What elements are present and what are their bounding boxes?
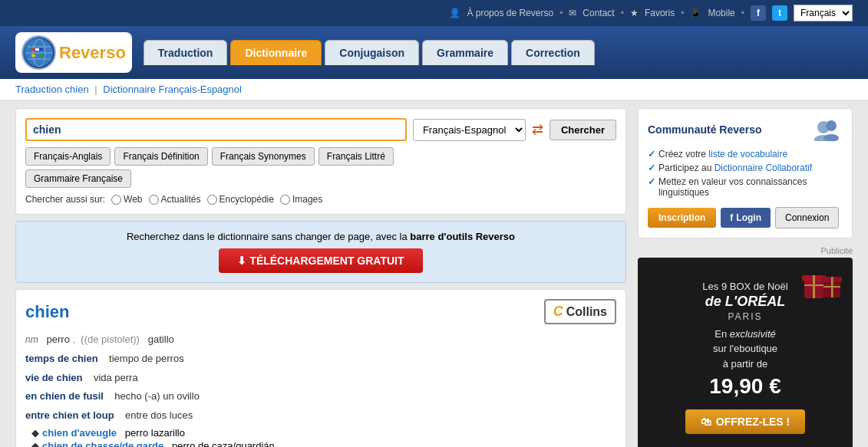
download-bar: Recherchez dans le dictionnaire sans cha… [15, 221, 626, 283]
user-icon: 👤 [449, 8, 460, 18]
bullet-item-0: ◆ chien d'aveugle perro lazarillo [31, 427, 616, 439]
also-search-label: Chercher aussi sur: [25, 194, 105, 205]
inscription-button[interactable]: Inscription [648, 208, 716, 228]
community-title: Communauté Reverso [648, 118, 843, 141]
svg-rect-6 [35, 48, 39, 51]
header: Reverso Traduction Dictionnaire Conjugai… [0, 26, 868, 79]
community-box: Communauté Reverso ✓ Créez votre liste d… [638, 108, 853, 238]
ad-cta-button[interactable]: 🛍 OFFREZ-LES ! [685, 409, 805, 434]
svg-rect-8 [31, 54, 35, 57]
vocab-list-link[interactable]: liste de vocabulaire [708, 149, 787, 159]
svg-rect-7 [39, 48, 43, 51]
main-nav: Traduction Dictionnaire Conjugaison Gram… [144, 40, 595, 65]
search-row: Français-Espagnol ⇄ Chercher [25, 118, 616, 141]
phrase-row-1: vie de chien vida perra [25, 370, 616, 386]
logo-text: Reverso [59, 43, 126, 63]
lang-dropdown[interactable]: Français-Espagnol [413, 119, 526, 141]
ad-brand2: PARIS [728, 311, 762, 322]
star-icon: ★ [630, 8, 639, 18]
community-item-1: ✓ Participez au Dictionnaire Collaborati… [648, 161, 843, 175]
phrase-row-2: en chien de fusil hecho (-a) un ovillo [25, 389, 616, 405]
connexion-button[interactable]: Connexion [775, 207, 839, 228]
content-left: Français-Espagnol ⇄ Chercher Français-An… [15, 108, 626, 447]
also-search-web[interactable]: Web [111, 194, 142, 205]
fb-login-button[interactable]: f Login [721, 208, 771, 228]
main-translation: perro [47, 334, 70, 345]
quick-links: Français-Anglais Français Définition Fra… [25, 147, 616, 166]
logo-globe [21, 35, 56, 70]
also-search-images[interactable]: Images [280, 194, 322, 205]
bullet-item-1: ◆ chien de chasse/de garde perro de caza… [31, 440, 616, 447]
community-list: ✓ Créez votre liste de vocabulaire ✓ Par… [648, 147, 843, 199]
community-icon [808, 118, 843, 141]
quick-link-fr-def[interactable]: Français Définition [114, 147, 207, 166]
search-box: Français-Espagnol ⇄ Chercher Français-An… [15, 108, 626, 215]
ad-box: Les 9 BOX de Noël de L'ORÉAL PARIS En ex… [638, 258, 853, 447]
svg-rect-5 [31, 48, 35, 51]
breadcrumb-traduction[interactable]: Traduction chien [15, 84, 89, 95]
logo[interactable]: Reverso [15, 32, 132, 73]
quick-link-fr-en[interactable]: Français-Anglais [25, 147, 111, 166]
bullet-trans-1: perro de caza/guardián [172, 440, 275, 447]
tab-correction[interactable]: Correction [511, 40, 595, 65]
top-bar: 👤 À propos de Reverso • ✉ Contact • ★ Fa… [0, 0, 868, 26]
gift-decoration [800, 264, 847, 302]
search-input[interactable] [25, 118, 407, 141]
grammar-button[interactable]: Grammaire Française [25, 169, 131, 188]
fb-icon: f [730, 212, 733, 223]
pos-label: nm [25, 334, 38, 345]
bullet-link-0[interactable]: chien d'aveugle [42, 427, 117, 439]
twitter-icon[interactable]: t [772, 5, 787, 21]
sidebar-right: Communauté Reverso ✓ Créez votre liste d… [638, 108, 853, 447]
also-search-actu[interactable]: Actualités [149, 194, 201, 205]
svg-rect-17 [804, 284, 823, 286]
phrase-row-0: temps de chien tiempo de perros [25, 351, 616, 367]
bag-icon: 🛍 [701, 416, 711, 428]
community-item-2: ✓ Mettez en valeur vos connaissances lin… [648, 175, 843, 199]
results-header: chien C Collins [25, 299, 616, 324]
ad-section: Publicité Les 9 BOX de Noël de L'ORÉAL P… [638, 246, 853, 447]
swap-button[interactable]: ⇄ [532, 121, 543, 138]
tab-traduction[interactable]: Traduction [144, 40, 228, 65]
collins-badge: C Collins [544, 299, 616, 324]
pub-label: Publicité [638, 246, 853, 255]
ad-sub: En exclusivitésur l'eboutiqueà partir de [713, 327, 777, 372]
ad-pre: Les 9 BOX de Noël [702, 281, 787, 292]
community-item-0: ✓ Créez votre liste de vocabulaire [648, 147, 843, 161]
mobile-link[interactable]: Mobile [708, 8, 734, 18]
collins-c-icon: C [553, 304, 563, 320]
about-link[interactable]: À propos de Reverso [467, 8, 553, 18]
facebook-icon[interactable]: f [751, 5, 766, 21]
download-button[interactable]: ⬇ TÉLÉCHARGEMENT GRATUIT [219, 248, 422, 273]
svg-point-11 [826, 120, 837, 131]
svg-rect-21 [823, 286, 840, 288]
download-text: Recherchez dans le dictionnaire sans cha… [25, 231, 616, 242]
community-buttons: Inscription f Login Connexion [648, 207, 843, 228]
search-button[interactable]: Chercher [550, 120, 616, 140]
quick-link-fr-littre[interactable]: Français Littré [318, 147, 394, 166]
tab-dictionnaire[interactable]: Dictionnaire [230, 40, 322, 65]
word-title: chien [25, 302, 69, 322]
alt-translation: gatillo [148, 334, 174, 345]
collab-dict-link[interactable]: Dictionnaire Collaboratif [715, 163, 812, 173]
breadcrumb-dict[interactable]: Dictionnaire Français-Espagnol [103, 84, 242, 95]
contact-link[interactable]: Contact [583, 8, 614, 18]
mobile-icon: 📱 [690, 8, 701, 18]
ad-price: 19,90 € [709, 374, 781, 399]
tab-grammaire[interactable]: Grammaire [422, 40, 508, 65]
also-search: Chercher aussi sur: Web Actualités Encyc… [25, 194, 616, 205]
main-entry: nm perro , ((de pistolet)) gatillo [25, 332, 616, 348]
favoris-link[interactable]: Favoris [645, 8, 675, 18]
bullet-trans-0: perro lazarillo [125, 427, 185, 439]
main-area: Français-Espagnol ⇄ Chercher Français-An… [0, 100, 868, 447]
ad-brand: de L'ORÉAL [705, 294, 785, 310]
breadcrumb: Traduction chien | Dictionnaire Français… [0, 79, 868, 100]
language-selector[interactable]: Français [794, 5, 853, 21]
bullet-link-1[interactable]: chien de chasse/de garde [42, 440, 163, 447]
quick-link-fr-syn[interactable]: Français Synonymes [212, 147, 315, 166]
email-icon: ✉ [569, 8, 576, 18]
tab-conjugaison[interactable]: Conjugaison [325, 40, 419, 65]
also-search-encyc[interactable]: Encyclopédie [207, 194, 274, 205]
svg-rect-9 [39, 54, 43, 57]
results-area: chien C Collins nm perro , ((de pistolet… [15, 289, 626, 447]
